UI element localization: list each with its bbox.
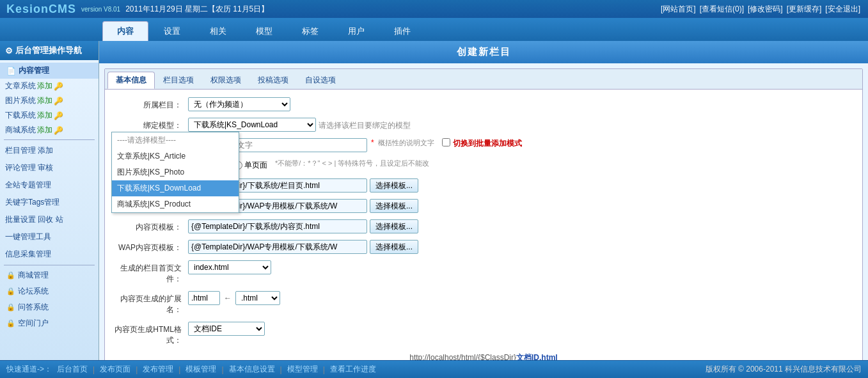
dropdown-shop[interactable]: 商城系统|KS_Product — [112, 196, 239, 212]
batch-settings-link[interactable]: 批量设置 回收 站 — [0, 211, 99, 228]
article-icon[interactable]: 🔑 — [54, 82, 63, 91]
tab-related[interactable]: 相关 — [196, 22, 241, 41]
shop-management-item[interactable]: 🔒 商城管理 — [0, 267, 99, 283]
shop-system-link[interactable]: 商城系统 — [5, 125, 36, 136]
download-icon[interactable]: 🔑 — [54, 111, 63, 120]
dropdown-photo[interactable]: 图片系统|KS_Photo — [112, 164, 239, 180]
gear-icon: ⚙ — [5, 46, 13, 56]
refresh-cache-link[interactable]: [更新缓存] — [785, 4, 823, 15]
lock-icon-1: 🔒 — [6, 271, 15, 280]
bottom-nav-prefix: 快速通道->： — [6, 364, 52, 375]
url-bold-part: 文档ID.html — [516, 353, 558, 360]
batch-mode-label[interactable]: 切换到批量添加模式 — [453, 138, 522, 149]
photo-icon[interactable]: 🔑 — [54, 97, 63, 106]
content-template-input[interactable] — [188, 219, 367, 233]
html-format-select[interactable]: 文档IDE — [188, 322, 265, 336]
article-add-link[interactable]: 添加 — [37, 81, 52, 91]
lock-icon-3: 🔒 — [6, 303, 15, 311]
parent-category-row: 所属栏目： 无（作为频道） — [111, 97, 856, 111]
shop-icon[interactable]: 🔑 — [54, 126, 63, 135]
bottom-work-progress-link[interactable]: 查看工作进度 — [330, 364, 376, 375]
qa-system-item[interactable]: 🔒 问答系统 — [0, 299, 99, 315]
dropdown-download[interactable]: 下载系统|KS_DownLoad — [112, 180, 239, 196]
topbar-date: 2011年11月29日 星期二【农历 11月5日】 — [125, 4, 269, 15]
topic-management-link[interactable]: 全站专题管理 — [0, 177, 99, 194]
download-system-link[interactable]: 下载系统 — [5, 110, 36, 121]
bottom-basic-settings-link[interactable]: 基本信息设置 — [229, 364, 275, 375]
parent-category-select[interactable]: 无（作为频道） — [188, 97, 290, 111]
shop-add-link[interactable]: 添加 — [37, 125, 52, 136]
topbar-left: KesionCMS version V8.01 2011年11月29日 星期二【… — [6, 3, 269, 16]
ext-name-value: ← .html — [188, 291, 856, 305]
bottom-template-link[interactable]: 模板管理 — [185, 364, 216, 375]
parent-category-label: 所属栏目： — [111, 97, 188, 111]
dropdown-placeholder[interactable]: ----请选择模型---- — [112, 132, 239, 148]
space-portal-label: 空间门户 — [18, 318, 49, 329]
subtabs: 基本信息 栏目选项 权限选项 投稿选项 自设选项 — [105, 69, 862, 90]
sidebar-content-management[interactable]: 📄 内容管理 — [0, 63, 99, 79]
subtab-permission[interactable]: 权限选项 — [202, 72, 249, 89]
tab-users[interactable]: 用户 — [334, 22, 379, 41]
wap-content-template-input[interactable] — [188, 240, 367, 254]
tab-tags[interactable]: 标签 — [288, 22, 333, 41]
qa-system-label: 问答系统 — [18, 302, 49, 313]
wap-content-template-row: WAP内容页模板： 选择模板... — [111, 240, 856, 254]
category-template-btn[interactable]: 选择模板... — [370, 178, 418, 193]
message-link[interactable]: [查看短信(0)] — [698, 4, 745, 15]
logout-link[interactable]: [安全退出] — [824, 4, 862, 15]
bottom-model-link[interactable]: 模型管理 — [287, 364, 318, 375]
arrow-icon: ← — [223, 294, 233, 303]
download-add-link[interactable]: 添加 — [37, 110, 52, 121]
topbar-links: [网站首页] [查看短信(0)] [修改密码] [更新缓存] [安全退出] — [659, 4, 862, 15]
subtab-submit[interactable]: 投稿选项 — [249, 72, 297, 89]
shop-management-label: 商城管理 — [18, 270, 49, 281]
wap-content-template-value: 选择模板... — [188, 240, 856, 254]
bottom-nav: 快速通道->： 后台首页 | 发布页面 | 发布管理 | 模板管理 | 基本信息… — [0, 360, 868, 378]
subtab-basic[interactable]: 基本信息 — [107, 72, 155, 89]
tab-content[interactable]: 内容 — [102, 21, 148, 41]
category-type-value: 内容频道 单页面 *不能带/：*？" < > | 等特殊符号，且设定后不能改 — [188, 159, 856, 171]
dropdown-article[interactable]: 文章系统|KS_Article — [112, 148, 239, 164]
photo-system-link[interactable]: 图片系统 — [5, 95, 36, 106]
space-portal-item[interactable]: 🔒 空间门户 — [0, 315, 99, 331]
tags-management-link[interactable]: 关键字Tags管理 — [0, 194, 99, 211]
forum-system-item[interactable]: 🔒 论坛系统 — [0, 283, 99, 299]
wap-template-btn[interactable]: 选择模板... — [370, 199, 418, 213]
bind-model-label: 绑定模型： — [111, 118, 188, 131]
bind-model-hint: 请选择该栏目要绑定的模型 — [319, 118, 411, 131]
tab-settings[interactable]: 设置 — [150, 22, 194, 41]
url-display-row: http://localhost/html/{$ClassDir}文档ID.ht… — [111, 352, 856, 360]
home-link[interactable]: [网站首页] — [659, 4, 697, 15]
bind-model-select[interactable]: 下载系统|KS_DownLoad — [188, 118, 316, 132]
bottom-publish-link[interactable]: 发布页面 — [100, 364, 130, 375]
url-display: http://localhost/html/{$ClassDir}文档ID.ht… — [111, 352, 856, 360]
wap-content-template-btn[interactable]: 选择模板... — [370, 240, 418, 254]
index-file-select[interactable]: index.html — [188, 260, 271, 274]
category-management-link[interactable]: 栏目管理 添加 — [0, 142, 99, 159]
ext-select[interactable]: .html — [235, 291, 280, 305]
batch-mode-checkbox[interactable] — [442, 138, 450, 146]
photo-add-link[interactable]: 添加 — [37, 95, 52, 106]
parent-category-value: 无（作为频道） — [188, 97, 856, 111]
version: version V8.01 — [81, 6, 120, 13]
article-system-link[interactable]: 文章系统 — [5, 81, 36, 91]
url-static: http://localhost/html/{$ClassDir} — [409, 353, 516, 360]
subtab-options[interactable]: 栏目选项 — [155, 72, 202, 89]
tab-plugins[interactable]: 插件 — [380, 22, 425, 41]
ext-input[interactable] — [188, 291, 220, 305]
info-collect-link[interactable]: 信息采集管理 — [0, 246, 99, 263]
tab-model[interactable]: 模型 — [242, 22, 287, 41]
bottom-home-link[interactable]: 后台首页 — [57, 364, 88, 375]
copyright: 版权所有 © 2006-2011 科兴信息技术有限公司 — [706, 364, 862, 375]
one-click-management-link[interactable]: 一键管理工具 — [0, 228, 99, 246]
bottom-publish-management-link[interactable]: 发布管理 — [143, 364, 173, 375]
comment-management-link[interactable]: 评论管理 审核 — [0, 159, 99, 177]
content-template-btn[interactable]: 选择模板... — [370, 219, 418, 233]
index-file-row: 生成的栏目首页文件： index.html — [111, 260, 856, 285]
forum-system-label: 论坛系统 — [18, 286, 49, 297]
change-password-link[interactable]: [修改密码] — [746, 4, 784, 15]
wap-content-template-label: WAP内容页模板： — [111, 240, 188, 253]
content-management-section: 📄 内容管理 文章系统 添加 🔑 图片系统 添加 🔑 下载系统 添加 🔑 商城系… — [0, 60, 99, 334]
sidebar-header: ⚙ 后台管理操作导航 — [0, 41, 99, 60]
subtab-custom[interactable]: 自设选项 — [297, 72, 344, 89]
